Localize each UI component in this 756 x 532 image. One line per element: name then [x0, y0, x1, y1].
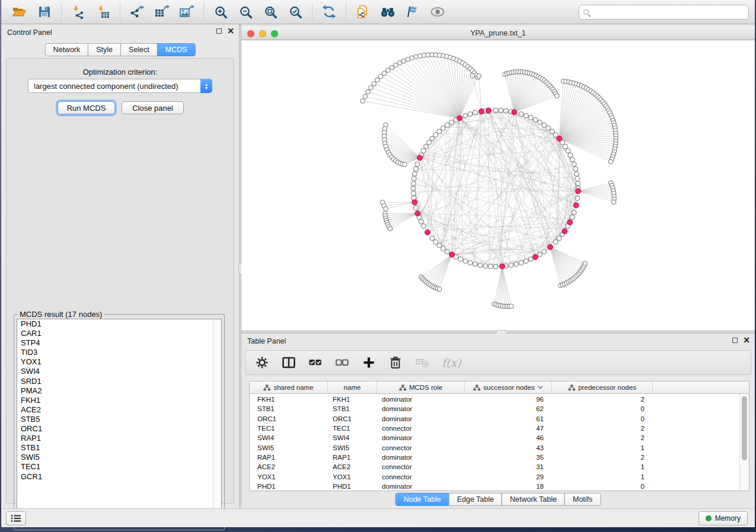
table-scrollbar-thumb[interactable] [742, 396, 747, 460]
table-cell: RAP1 [250, 454, 328, 461]
mcds-result-item[interactable]: SWI5 [17, 453, 221, 462]
node-table: shared namenameMCDS rolesuccessor nodesp… [249, 381, 749, 491]
memory-button[interactable]: Memory [698, 511, 748, 525]
tab-select[interactable]: Select [120, 43, 158, 56]
table-row[interactable]: PHD1PHD1dominator180 [250, 482, 739, 491]
mcds-result-item[interactable]: STP4 [17, 338, 221, 348]
table-cell: connector [377, 473, 465, 480]
tab-network-table[interactable]: Network Table [502, 493, 565, 506]
network-window-titlebar: YPA_prune.txt_1 [241, 27, 755, 40]
mcds-result-item[interactable]: STB1 [17, 443, 221, 453]
hide-graphics-details-icon[interactable] [404, 4, 422, 20]
mcds-result-item[interactable]: SWI4 [17, 367, 221, 376]
column-header-MCDS-role[interactable]: MCDS role [377, 382, 465, 393]
table-row[interactable]: FKH1FKH1dominator962 [250, 395, 739, 404]
import-network-icon[interactable] [69, 4, 87, 20]
table-cell: 2 [552, 454, 653, 461]
table-cell: FKH1 [328, 396, 377, 403]
refresh-icon[interactable] [320, 4, 338, 20]
export-table-icon[interactable] [153, 4, 171, 20]
table-scrollbar[interactable] [739, 395, 749, 491]
tab-motifs[interactable]: Motifs [564, 493, 601, 506]
deselect-all-icon[interactable] [335, 355, 349, 370]
zoom-selected-icon[interactable] [286, 4, 304, 20]
close-panel-button[interactable]: Close panel [122, 101, 184, 114]
tab-node-table[interactable]: Node Table [395, 493, 449, 506]
toolbar-separator [203, 4, 204, 20]
table-cell: ACE2 [328, 463, 377, 470]
table-cell: 0 [552, 405, 653, 412]
mcds-result-item[interactable]: FKH1 [17, 396, 221, 405]
table-row[interactable]: ACE2ACE2connector311 [250, 462, 739, 472]
mcds-result-item[interactable]: PMA2 [17, 386, 221, 396]
network-canvas[interactable] [241, 40, 755, 331]
mcds-result-item[interactable]: GCR1 [17, 472, 221, 482]
mcds-result-item[interactable]: ORC1 [17, 424, 221, 434]
tab-mcds[interactable]: MCDS [157, 43, 196, 56]
close-panel-icon[interactable]: ✕ [227, 28, 234, 34]
table-panel: Table Panel ✕ [241, 334, 755, 508]
table-row[interactable]: SWI5SWI5connector431 [250, 443, 739, 452]
table-cell: 2 [552, 425, 653, 432]
zoom-fit-icon[interactable] [261, 4, 279, 20]
column-header-filler [653, 382, 749, 393]
tab-style[interactable]: Style [88, 43, 121, 56]
zoom-in-icon[interactable] [212, 4, 229, 20]
search-objects-binoculars-icon[interactable] [379, 4, 397, 20]
add-column-icon[interactable] [362, 355, 376, 370]
table-row[interactable]: ORC1ORC1dominator610 [250, 414, 739, 424]
save-session-icon[interactable] [36, 4, 53, 20]
show-graphics-details-eye-icon[interactable] [429, 4, 446, 20]
mcds-result-item[interactable]: RAP1 [17, 434, 221, 443]
delete-column-trash-icon[interactable] [388, 355, 403, 370]
mcds-result-item[interactable]: CAR1 [17, 329, 221, 338]
table-cell: dominator [377, 405, 465, 412]
mcds-result-item[interactable]: ACE2 [17, 405, 221, 415]
toolbar-separator [346, 4, 346, 20]
show-columns-icon[interactable] [282, 355, 296, 370]
mcds-result-item[interactable]: TID3 [17, 348, 221, 357]
table-toolbar: f(x) [245, 350, 751, 375]
table-row[interactable]: RAP1RAP1dominator352 [250, 453, 739, 462]
table-cell: 1 [552, 444, 653, 451]
open-file-icon[interactable] [11, 4, 28, 20]
table-cell: 1 [552, 473, 653, 480]
table-row[interactable]: SWI4SWI4dominator462 [250, 433, 739, 443]
close-table-panel-icon[interactable]: ✕ [743, 337, 750, 343]
table-cell: 35 [465, 454, 552, 461]
search-input[interactable] [589, 6, 748, 18]
mcds-list-scrollbar[interactable] [213, 319, 221, 526]
tab-network[interactable]: Network [44, 43, 88, 56]
toolbar-separator [312, 4, 312, 20]
export-image-icon[interactable] [178, 4, 196, 20]
column-header-successor-nodes[interactable]: successor nodes [465, 382, 552, 393]
search-box[interactable] [579, 5, 749, 20]
optimization-criterion-select[interactable]: largest connected component (undirected)… [28, 79, 212, 93]
column-header-shared-name[interactable]: shared name [250, 382, 328, 393]
table-cell: SWI5 [250, 444, 328, 451]
table-row[interactable]: STB1STB1dominator620 [250, 404, 739, 414]
table-row[interactable]: TEC1TEC1connector472 [250, 424, 739, 433]
mcds-result-item[interactable]: TEC1 [17, 462, 221, 472]
memory-label: Memory [715, 514, 741, 523]
import-table-icon[interactable] [94, 4, 112, 20]
table-panel-title: Table Panel [247, 337, 286, 345]
select-all-icon[interactable] [308, 355, 323, 370]
mcds-result-item[interactable]: PHD1 [17, 319, 221, 329]
float-panel-icon[interactable] [216, 28, 222, 34]
control-panel-title: Control Panel [7, 28, 52, 37]
column-header-predecessor-nodes[interactable]: predecessor nodes [552, 382, 653, 393]
column-header-name[interactable]: name [328, 382, 377, 393]
export-network-icon[interactable] [128, 4, 146, 20]
zoom-out-icon[interactable] [237, 4, 254, 20]
mcds-result-item[interactable]: STB5 [17, 415, 221, 424]
table-settings-gear-icon[interactable] [255, 355, 269, 370]
network-document-icon[interactable] [354, 4, 372, 20]
tab-edge-table[interactable]: Edge Table [449, 493, 502, 506]
show-log-console-button[interactable] [6, 511, 26, 525]
mcds-result-item[interactable]: YOX1 [17, 357, 221, 367]
mcds-result-item[interactable]: SRD1 [17, 377, 221, 386]
run-mcds-button[interactable]: Run MCDS [58, 101, 115, 114]
float-table-panel-icon[interactable] [732, 338, 738, 343]
table-row[interactable]: YOX1YOX1connector291 [250, 472, 739, 481]
